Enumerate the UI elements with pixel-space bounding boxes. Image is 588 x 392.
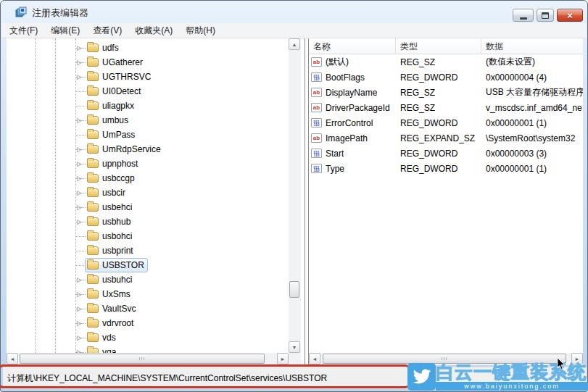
tree-node-row[interactable]: ▷ USBSTOR <box>7 258 289 272</box>
tree-node-row[interactable]: ▷ VaultSvc <box>7 301 289 316</box>
tree-node-row[interactable]: ▷ uliagpkx <box>7 99 289 113</box>
expand-arrow-icon[interactable]: ▷ <box>77 45 82 51</box>
tree-node-row[interactable]: ▷ vds <box>7 330 289 345</box>
tree-node[interactable]: UGatherer <box>85 55 146 70</box>
expand-arrow-icon[interactable]: ▷ <box>77 219 82 225</box>
registry-values-pane[interactable]: 名称 类型 数据 (默认) REG_SZ (数值未设置) <box>309 38 583 353</box>
value-type: REG_DWORD <box>396 149 481 159</box>
expand-arrow-icon[interactable]: ▷ <box>77 161 82 167</box>
expand-arrow-icon[interactable]: ▷ <box>77 204 82 211</box>
tree-node[interactable]: UI0Detect <box>85 84 144 99</box>
tree-node[interactable]: vds <box>85 330 120 345</box>
menu-item[interactable]: 查看(V) <box>86 22 128 39</box>
tree-node[interactable]: umbus <box>85 113 132 128</box>
expand-arrow-icon[interactable]: ▷ <box>77 117 82 124</box>
tree-horizontal-scrollbar[interactable]: ◄ ► <box>7 353 289 365</box>
menu-item[interactable]: 收藏夹(A) <box>128 22 179 39</box>
horizontal-scroll-thumb[interactable] <box>20 354 265 364</box>
folder-icon <box>87 72 99 81</box>
titlebar[interactable]: 注册表编辑器 × <box>1 1 587 23</box>
tree-node-row[interactable]: ▷ usbccgp <box>7 171 289 185</box>
tree-node-row[interactable]: ▷ umbus <box>7 113 289 128</box>
tree-node-row[interactable]: ▷ vdrvroot <box>7 316 289 330</box>
tree-node-row[interactable]: ▷ usbuhci <box>7 272 289 287</box>
registry-value-row[interactable]: Type REG_DWORD 0x00000001 (1) <box>309 161 583 176</box>
tree-node[interactable]: usbcir <box>85 185 129 200</box>
tree-node[interactable]: upnphost <box>85 157 141 171</box>
tree-node-label: upnphost <box>102 159 138 169</box>
registry-value-row[interactable]: BootFlags REG_DWORD 0x00000004 (4) <box>309 70 583 85</box>
tree-node[interactable]: usbuhci <box>85 272 136 287</box>
tree-node-row[interactable]: ▷ usbhub <box>7 214 289 229</box>
tree-node-row[interactable]: ▷ UGTHRSVC <box>7 70 289 84</box>
tree-node[interactable]: USBSTOR <box>85 258 148 272</box>
menu-item[interactable]: 帮助(H) <box>179 22 222 39</box>
column-header-name[interactable]: 名称 <box>309 38 396 54</box>
menu-item[interactable]: 编辑(E) <box>44 22 86 39</box>
column-header-data[interactable]: 数据 <box>481 38 583 54</box>
registry-value-row[interactable]: (默认) REG_SZ (数值未设置) <box>309 54 583 70</box>
tree-node[interactable]: UmRdpService <box>85 142 165 157</box>
expand-arrow-icon[interactable]: ▷ <box>77 59 82 66</box>
tree-node[interactable]: UGTHRSVC <box>85 70 154 84</box>
expand-arrow-icon[interactable]: ▷ <box>77 291 82 298</box>
tree-node-row[interactable]: ▷ usbehci <box>7 200 289 214</box>
scroll-left-button[interactable]: ◄ <box>309 353 320 364</box>
value-data: 0x00000003 (3) <box>481 149 583 159</box>
registry-value-row[interactable]: DisplayName REG_SZ USB 大容量存储驱动程序 <box>309 85 583 100</box>
tree-node[interactable]: UxSms <box>85 287 134 301</box>
registry-value-row[interactable]: Start REG_DWORD 0x00000003 (3) <box>309 146 583 161</box>
scroll-left-button[interactable]: ◄ <box>7 353 18 364</box>
tree-node[interactable]: usbehci <box>85 200 136 214</box>
tree-node-row[interactable]: ▷ usbohci <box>7 229 289 243</box>
tree-node-label: umbus <box>102 115 128 125</box>
expand-arrow-icon[interactable]: ▷ <box>77 335 82 341</box>
expand-arrow-icon[interactable]: ▷ <box>77 146 82 153</box>
expand-arrow-icon[interactable]: ▷ <box>77 190 82 196</box>
tree-node-row[interactable]: ▷ UI0Detect <box>7 84 289 99</box>
expand-arrow-icon[interactable]: ▷ <box>77 74 82 80</box>
value-data: 0x00000004 (4) <box>481 72 583 83</box>
folder-icon <box>87 246 99 255</box>
tree-node-row[interactable]: ▷ UxSms <box>7 287 289 301</box>
tree-node[interactable]: vga <box>85 345 120 353</box>
scroll-down-button[interactable]: ▼ <box>289 341 300 353</box>
tree-node[interactable]: udfs <box>85 41 123 55</box>
tree-node[interactable]: usbhub <box>85 214 134 229</box>
tree-node[interactable]: vdrvroot <box>85 316 137 330</box>
menu-item[interactable]: 文件(F) <box>3 22 44 39</box>
tree-node-row[interactable]: ▷ usbprint <box>7 243 289 258</box>
tree-node[interactable]: usbccgp <box>85 171 138 185</box>
expand-arrow-icon[interactable]: ▷ <box>77 306 82 312</box>
tree-node[interactable]: uliagpkx <box>85 99 138 113</box>
scroll-right-button[interactable]: ► <box>277 353 289 364</box>
minimize-button[interactable] <box>513 9 534 22</box>
close-button[interactable]: × <box>557 9 583 22</box>
tree-node-row[interactable]: ▷ UmRdpService <box>7 142 289 157</box>
tree-node[interactable]: UmPass <box>85 128 138 142</box>
registry-value-row[interactable]: DriverPackageId REG_SZ v_mscdsc.inf_amd6… <box>309 100 583 115</box>
tree-node-row[interactable]: ▷ vga <box>7 345 289 353</box>
tree-node-row[interactable]: ▷ UGatherer <box>7 55 289 70</box>
tree-node[interactable]: usbohci <box>85 229 136 243</box>
folder-icon <box>87 348 99 353</box>
column-header-type[interactable]: 类型 <box>396 38 481 54</box>
tree-node-label: usbuhci <box>102 275 132 285</box>
tree-node-row[interactable]: ▷ usbcir <box>7 185 289 200</box>
expand-arrow-icon[interactable]: ▷ <box>77 277 82 283</box>
tree-node[interactable]: usbprint <box>85 243 137 258</box>
expand-arrow-icon[interactable]: ▷ <box>77 175 82 182</box>
tree-node-row[interactable]: ▷ upnphost <box>7 157 289 171</box>
expand-arrow-icon[interactable]: ▷ <box>77 320 82 327</box>
maximize-button[interactable] <box>537 9 554 22</box>
registry-value-row[interactable]: ErrorControl REG_DWORD 0x00000001 (1) <box>309 115 583 130</box>
value-type: REG_DWORD <box>396 118 481 128</box>
tree-node-row[interactable]: ▷ UmPass <box>7 128 289 142</box>
registry-value-row[interactable]: ImagePath REG_EXPAND_SZ \SystemRoot\syst… <box>309 130 583 146</box>
scroll-up-button[interactable]: ▲ <box>289 38 300 50</box>
vertical-scroll-thumb[interactable] <box>289 281 299 298</box>
tree-vertical-scrollbar[interactable]: ▲ ▼ <box>289 38 301 353</box>
tree-node[interactable]: VaultSvc <box>85 301 139 316</box>
registry-tree-pane[interactable]: ▷ udfs ▷ UGatherer <box>7 38 289 353</box>
tree-node-row[interactable]: ▷ udfs <box>7 41 289 55</box>
